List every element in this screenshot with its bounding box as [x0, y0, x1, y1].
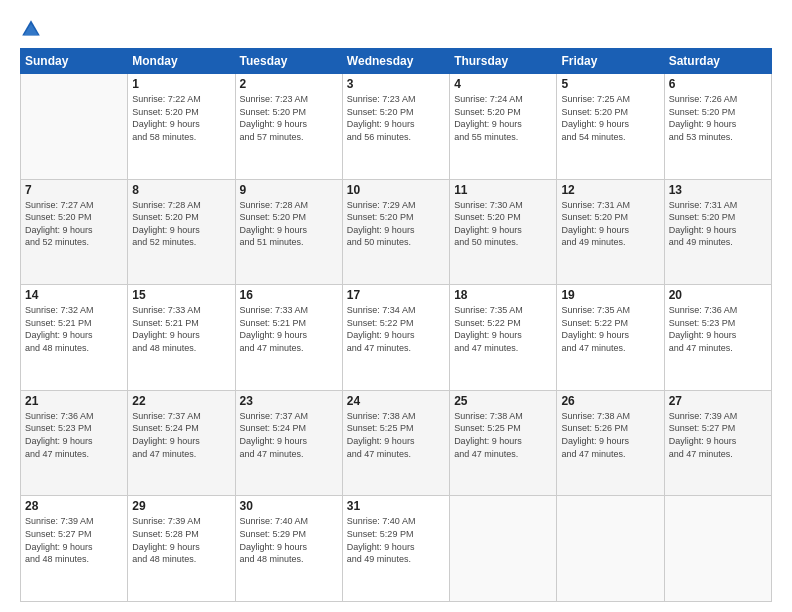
- day-number: 28: [25, 499, 123, 513]
- logo: [20, 18, 44, 40]
- day-info: Sunrise: 7:29 AM Sunset: 5:20 PM Dayligh…: [347, 199, 445, 249]
- day-number: 1: [132, 77, 230, 91]
- day-number: 23: [240, 394, 338, 408]
- calendar-cell: 11Sunrise: 7:30 AM Sunset: 5:20 PM Dayli…: [450, 179, 557, 285]
- calendar-cell: 14Sunrise: 7:32 AM Sunset: 5:21 PM Dayli…: [21, 285, 128, 391]
- day-info: Sunrise: 7:35 AM Sunset: 5:22 PM Dayligh…: [561, 304, 659, 354]
- day-number: 25: [454, 394, 552, 408]
- logo-icon: [20, 18, 42, 40]
- day-number: 11: [454, 183, 552, 197]
- calendar-header-saturday: Saturday: [664, 49, 771, 74]
- day-number: 12: [561, 183, 659, 197]
- day-number: 5: [561, 77, 659, 91]
- day-number: 26: [561, 394, 659, 408]
- calendar-cell: 20Sunrise: 7:36 AM Sunset: 5:23 PM Dayli…: [664, 285, 771, 391]
- day-info: Sunrise: 7:37 AM Sunset: 5:24 PM Dayligh…: [132, 410, 230, 460]
- day-number: 20: [669, 288, 767, 302]
- day-number: 30: [240, 499, 338, 513]
- calendar-week-row: 1Sunrise: 7:22 AM Sunset: 5:20 PM Daylig…: [21, 74, 772, 180]
- day-number: 9: [240, 183, 338, 197]
- day-number: 15: [132, 288, 230, 302]
- calendar-header-thursday: Thursday: [450, 49, 557, 74]
- day-number: 17: [347, 288, 445, 302]
- day-info: Sunrise: 7:31 AM Sunset: 5:20 PM Dayligh…: [669, 199, 767, 249]
- day-info: Sunrise: 7:36 AM Sunset: 5:23 PM Dayligh…: [669, 304, 767, 354]
- calendar-cell: 22Sunrise: 7:37 AM Sunset: 5:24 PM Dayli…: [128, 390, 235, 496]
- day-number: 13: [669, 183, 767, 197]
- day-number: 24: [347, 394, 445, 408]
- day-info: Sunrise: 7:38 AM Sunset: 5:26 PM Dayligh…: [561, 410, 659, 460]
- day-number: 7: [25, 183, 123, 197]
- calendar-cell: 24Sunrise: 7:38 AM Sunset: 5:25 PM Dayli…: [342, 390, 449, 496]
- day-number: 31: [347, 499, 445, 513]
- calendar-cell: 17Sunrise: 7:34 AM Sunset: 5:22 PM Dayli…: [342, 285, 449, 391]
- calendar-cell: [450, 496, 557, 602]
- calendar-cell: 12Sunrise: 7:31 AM Sunset: 5:20 PM Dayli…: [557, 179, 664, 285]
- calendar-cell: 2Sunrise: 7:23 AM Sunset: 5:20 PM Daylig…: [235, 74, 342, 180]
- calendar-cell: 6Sunrise: 7:26 AM Sunset: 5:20 PM Daylig…: [664, 74, 771, 180]
- day-info: Sunrise: 7:31 AM Sunset: 5:20 PM Dayligh…: [561, 199, 659, 249]
- day-info: Sunrise: 7:39 AM Sunset: 5:27 PM Dayligh…: [669, 410, 767, 460]
- day-info: Sunrise: 7:28 AM Sunset: 5:20 PM Dayligh…: [240, 199, 338, 249]
- day-number: 10: [347, 183, 445, 197]
- day-info: Sunrise: 7:38 AM Sunset: 5:25 PM Dayligh…: [454, 410, 552, 460]
- calendar-cell: 28Sunrise: 7:39 AM Sunset: 5:27 PM Dayli…: [21, 496, 128, 602]
- day-info: Sunrise: 7:35 AM Sunset: 5:22 PM Dayligh…: [454, 304, 552, 354]
- calendar-cell: 30Sunrise: 7:40 AM Sunset: 5:29 PM Dayli…: [235, 496, 342, 602]
- day-info: Sunrise: 7:33 AM Sunset: 5:21 PM Dayligh…: [132, 304, 230, 354]
- calendar-cell: [21, 74, 128, 180]
- day-info: Sunrise: 7:38 AM Sunset: 5:25 PM Dayligh…: [347, 410, 445, 460]
- day-info: Sunrise: 7:36 AM Sunset: 5:23 PM Dayligh…: [25, 410, 123, 460]
- day-info: Sunrise: 7:37 AM Sunset: 5:24 PM Dayligh…: [240, 410, 338, 460]
- day-info: Sunrise: 7:32 AM Sunset: 5:21 PM Dayligh…: [25, 304, 123, 354]
- calendar-cell: 19Sunrise: 7:35 AM Sunset: 5:22 PM Dayli…: [557, 285, 664, 391]
- header: [20, 18, 772, 40]
- calendar-cell: 31Sunrise: 7:40 AM Sunset: 5:29 PM Dayli…: [342, 496, 449, 602]
- day-number: 8: [132, 183, 230, 197]
- calendar-cell: 5Sunrise: 7:25 AM Sunset: 5:20 PM Daylig…: [557, 74, 664, 180]
- calendar-cell: 23Sunrise: 7:37 AM Sunset: 5:24 PM Dayli…: [235, 390, 342, 496]
- day-info: Sunrise: 7:24 AM Sunset: 5:20 PM Dayligh…: [454, 93, 552, 143]
- calendar-cell: 29Sunrise: 7:39 AM Sunset: 5:28 PM Dayli…: [128, 496, 235, 602]
- calendar-header-monday: Monday: [128, 49, 235, 74]
- calendar-cell: 1Sunrise: 7:22 AM Sunset: 5:20 PM Daylig…: [128, 74, 235, 180]
- day-info: Sunrise: 7:25 AM Sunset: 5:20 PM Dayligh…: [561, 93, 659, 143]
- page: SundayMondayTuesdayWednesdayThursdayFrid…: [0, 0, 792, 612]
- day-number: 2: [240, 77, 338, 91]
- calendar-week-row: 7Sunrise: 7:27 AM Sunset: 5:20 PM Daylig…: [21, 179, 772, 285]
- calendar-cell: 10Sunrise: 7:29 AM Sunset: 5:20 PM Dayli…: [342, 179, 449, 285]
- calendar-cell: 7Sunrise: 7:27 AM Sunset: 5:20 PM Daylig…: [21, 179, 128, 285]
- calendar-cell: [557, 496, 664, 602]
- calendar-cell: 27Sunrise: 7:39 AM Sunset: 5:27 PM Dayli…: [664, 390, 771, 496]
- day-number: 3: [347, 77, 445, 91]
- calendar-header-sunday: Sunday: [21, 49, 128, 74]
- calendar-cell: 15Sunrise: 7:33 AM Sunset: 5:21 PM Dayli…: [128, 285, 235, 391]
- calendar-week-row: 14Sunrise: 7:32 AM Sunset: 5:21 PM Dayli…: [21, 285, 772, 391]
- day-info: Sunrise: 7:22 AM Sunset: 5:20 PM Dayligh…: [132, 93, 230, 143]
- day-number: 6: [669, 77, 767, 91]
- day-number: 22: [132, 394, 230, 408]
- calendar-header-wednesday: Wednesday: [342, 49, 449, 74]
- day-info: Sunrise: 7:40 AM Sunset: 5:29 PM Dayligh…: [347, 515, 445, 565]
- calendar-header-tuesday: Tuesday: [235, 49, 342, 74]
- day-info: Sunrise: 7:26 AM Sunset: 5:20 PM Dayligh…: [669, 93, 767, 143]
- calendar-cell: 21Sunrise: 7:36 AM Sunset: 5:23 PM Dayli…: [21, 390, 128, 496]
- calendar-cell: 16Sunrise: 7:33 AM Sunset: 5:21 PM Dayli…: [235, 285, 342, 391]
- day-number: 27: [669, 394, 767, 408]
- day-number: 29: [132, 499, 230, 513]
- calendar-week-row: 21Sunrise: 7:36 AM Sunset: 5:23 PM Dayli…: [21, 390, 772, 496]
- day-info: Sunrise: 7:33 AM Sunset: 5:21 PM Dayligh…: [240, 304, 338, 354]
- day-info: Sunrise: 7:39 AM Sunset: 5:28 PM Dayligh…: [132, 515, 230, 565]
- day-info: Sunrise: 7:23 AM Sunset: 5:20 PM Dayligh…: [240, 93, 338, 143]
- calendar-cell: 8Sunrise: 7:28 AM Sunset: 5:20 PM Daylig…: [128, 179, 235, 285]
- calendar-cell: 4Sunrise: 7:24 AM Sunset: 5:20 PM Daylig…: [450, 74, 557, 180]
- calendar-header-friday: Friday: [557, 49, 664, 74]
- calendar-cell: 3Sunrise: 7:23 AM Sunset: 5:20 PM Daylig…: [342, 74, 449, 180]
- day-number: 21: [25, 394, 123, 408]
- day-info: Sunrise: 7:39 AM Sunset: 5:27 PM Dayligh…: [25, 515, 123, 565]
- day-info: Sunrise: 7:30 AM Sunset: 5:20 PM Dayligh…: [454, 199, 552, 249]
- calendar-cell: 26Sunrise: 7:38 AM Sunset: 5:26 PM Dayli…: [557, 390, 664, 496]
- day-info: Sunrise: 7:34 AM Sunset: 5:22 PM Dayligh…: [347, 304, 445, 354]
- calendar-cell: 25Sunrise: 7:38 AM Sunset: 5:25 PM Dayli…: [450, 390, 557, 496]
- day-number: 14: [25, 288, 123, 302]
